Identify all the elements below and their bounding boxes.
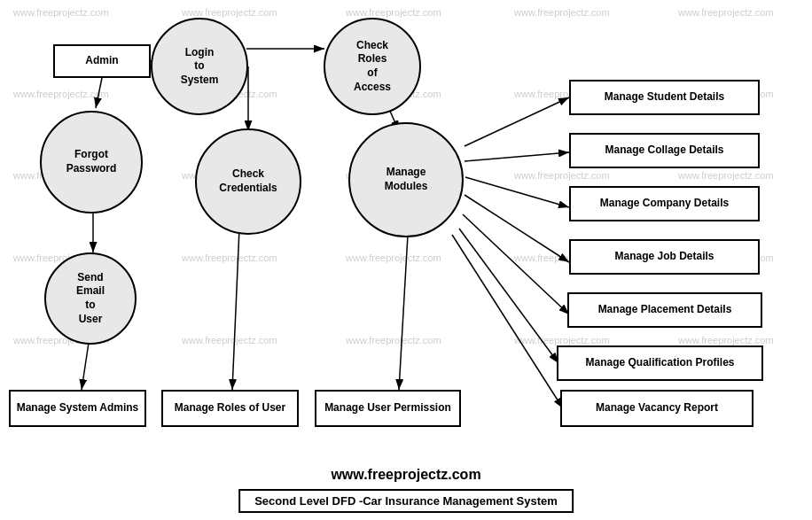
manage-roles-label: Manage Roles of User [175,401,285,415]
manage-qualification-label: Manage Qualification Profiles [585,356,734,370]
check-credentials-label: CheckCredentials [219,167,277,195]
svg-line-7 [232,229,239,390]
footer-title: Second Level DFD -Car Insurance Manageme… [238,489,574,513]
manage-vacancy-label: Manage Vacancy Report [596,401,718,415]
forgot-password-circle: ForgotPassword [40,111,143,213]
manage-job-label: Manage Job Details [614,250,714,264]
send-email-circle: SendEmailtoUser [44,252,137,345]
check-roles-circle: CheckRolesofAccess [324,18,421,115]
check-credentials-circle: CheckCredentials [195,128,301,235]
manage-user-permission-label: Manage User Permission [324,401,451,415]
manage-company-box: Manage Company Details [569,186,760,221]
manage-job-box: Manage Job Details [569,239,760,275]
diagram-container: www.freeprojectz.com www.freeprojectz.co… [0,0,812,520]
svg-line-8 [399,235,408,390]
svg-line-12 [465,195,569,262]
manage-placement-label: Manage Placement Details [598,303,732,317]
manage-system-admins-box: Manage System Admins [9,390,146,427]
manage-student-label: Manage Student Details [605,90,724,105]
svg-line-13 [463,214,569,314]
svg-line-6 [82,343,89,390]
login-circle: LogintoSystem [151,18,248,115]
svg-line-10 [465,152,569,161]
manage-student-box: Manage Student Details [569,80,760,115]
manage-modules-label: ManageModules [385,166,428,193]
admin-label: Admin [85,54,118,68]
forgot-password-label: ForgotPassword [66,148,117,175]
manage-collage-box: Manage Collage Details [569,133,760,168]
svg-line-11 [465,177,569,207]
svg-line-4 [96,78,102,108]
manage-roles-box: Manage Roles of User [161,390,299,427]
svg-line-9 [465,97,569,146]
check-roles-label: CheckRolesofAccess [354,39,391,94]
manage-system-admins-label: Manage System Admins [17,401,139,415]
manage-modules-circle: ManageModules [348,122,464,237]
footer-url: www.freeprojectz.com [331,467,480,483]
manage-collage-label: Manage Collage Details [605,144,723,158]
manage-user-permission-box: Manage User Permission [315,390,461,427]
svg-line-15 [452,235,563,408]
send-email-label: SendEmailtoUser [76,271,105,326]
svg-line-14 [459,229,558,363]
manage-company-label: Manage Company Details [600,197,729,211]
manage-placement-box: Manage Placement Details [567,292,762,328]
manage-qualification-box: Manage Qualification Profiles [557,345,763,381]
admin-box: Admin [53,44,151,78]
login-label: LogintoSystem [181,46,219,88]
manage-vacancy-box: Manage Vacancy Report [560,390,753,427]
